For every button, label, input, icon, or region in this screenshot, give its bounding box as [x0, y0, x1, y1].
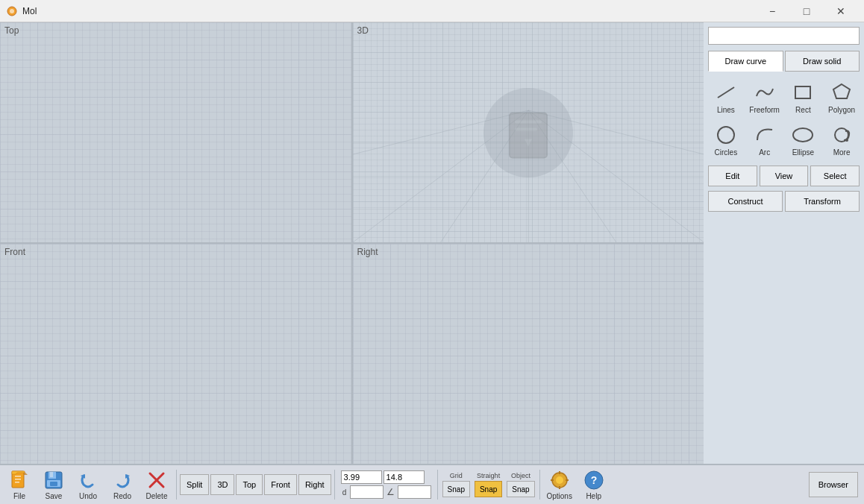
svg-rect-23: [15, 476, 21, 477]
tool-arc-label: Arc: [759, 148, 770, 157]
svg-point-34: [556, 476, 563, 484]
options-button[interactable]: Options: [543, 466, 576, 503]
tool-rect-label: Rect: [795, 106, 811, 114]
separator-3: [437, 470, 438, 500]
transform-button[interactable]: Transform: [785, 191, 860, 212]
viewport-3d[interactable]: 3D: [353, 22, 704, 242]
svg-rect-24: [15, 479, 21, 480]
undo-icon: [78, 470, 98, 491]
maximize-button[interactable]: □: [789, 0, 824, 22]
svg-line-15: [718, 87, 734, 98]
action-buttons-row2: Construct Transform: [708, 191, 860, 212]
redo-icon: [112, 470, 133, 491]
svg-point-18: [718, 127, 734, 143]
circle-icon: [714, 123, 738, 147]
svg-rect-25: [15, 482, 19, 483]
options-label: Options: [546, 492, 572, 500]
work-area: Top 3D: [0, 22, 864, 464]
file-button[interactable]: File: [3, 466, 36, 503]
help-button[interactable]: ? Help: [577, 466, 610, 503]
file-icon: [9, 470, 30, 491]
straight-snap-top-label: Straight: [477, 472, 500, 479]
svg-text:?: ?: [590, 474, 597, 486]
redo-button[interactable]: Redo: [106, 466, 139, 503]
tool-more[interactable]: More: [824, 120, 860, 160]
coord-d-input[interactable]: [350, 485, 384, 499]
select-button[interactable]: Select: [810, 166, 860, 186]
minimize-button[interactable]: −: [755, 0, 789, 22]
viewport-label-3d: 3D: [357, 25, 369, 36]
save-icon: [43, 470, 64, 491]
mol-icon: [6, 5, 18, 17]
polygon-icon: [830, 81, 854, 104]
tool-freeform[interactable]: Freeform: [747, 78, 783, 117]
options-icon: [549, 470, 570, 491]
help-icon: ?: [583, 470, 604, 491]
tool-circles-label: Circles: [715, 148, 738, 157]
main-container: Top 3D: [0, 22, 864, 504]
close-button[interactable]: ✕: [824, 0, 858, 22]
coord-angle-input[interactable]: [398, 485, 431, 499]
freeform-icon: [753, 81, 777, 104]
titlebar: Mol − □ ✕: [0, 0, 864, 22]
separator-4: [539, 470, 540, 500]
edit-button[interactable]: Edit: [708, 166, 757, 186]
coordinates-box: d ∠: [341, 470, 431, 499]
separator-1: [176, 470, 177, 500]
straight-snap-group: Straight Snap: [475, 472, 502, 497]
delete-button[interactable]: Delete: [140, 466, 173, 503]
right-button[interactable]: Right: [298, 474, 331, 495]
arc-icon: [753, 123, 777, 147]
viewport-top[interactable]: Top: [0, 22, 351, 242]
more-icon: [830, 123, 854, 147]
front-button[interactable]: Front: [264, 474, 297, 495]
grid-snap-top-label: Grid: [450, 472, 463, 479]
viewport-grid-top: [0, 22, 351, 242]
panel-search-input[interactable]: [708, 27, 860, 45]
separator-2: [334, 470, 335, 500]
straight-snap-button[interactable]: Snap: [475, 481, 502, 497]
viewport-right[interactable]: Right: [353, 244, 704, 464]
tool-lines[interactable]: Lines: [708, 78, 744, 117]
top-button[interactable]: Top: [236, 474, 263, 495]
undo-button[interactable]: Undo: [72, 466, 104, 503]
3d-button[interactable]: 3D: [210, 474, 234, 495]
undo-label: Undo: [79, 492, 97, 500]
tool-more-label: More: [833, 148, 851, 157]
grid-snap-group: Grid Snap: [442, 472, 470, 497]
object-snap-group: Object Snap: [507, 472, 534, 497]
tool-rect[interactable]: Rect: [786, 78, 821, 117]
angle-symbol: ∠: [386, 487, 395, 497]
tool-polygon[interactable]: Polygon: [824, 78, 860, 117]
tool-circles[interactable]: Circles: [708, 120, 744, 160]
browser-button[interactable]: Browser: [809, 472, 858, 497]
tool-freeform-label: Freeform: [749, 106, 780, 114]
viewports: Top 3D: [0, 22, 704, 464]
right-panel: Draw curve Draw solid Lines: [704, 22, 864, 464]
viewport-front[interactable]: Front: [0, 244, 351, 464]
action-buttons-row1: Edit View Select: [708, 166, 860, 186]
draw-curve-tab[interactable]: Draw curve: [708, 51, 783, 72]
bottom-toolbar: File Save Undo: [0, 464, 864, 504]
split-button[interactable]: Split: [180, 474, 209, 495]
titlebar-title: Mol: [22, 6, 755, 16]
coord-x-input[interactable]: [341, 470, 382, 484]
svg-point-21: [845, 139, 848, 142]
svg-marker-17: [833, 84, 850, 98]
save-button[interactable]: Save: [37, 466, 70, 503]
tool-polygon-label: Polygon: [828, 106, 855, 114]
grid-snap-button[interactable]: Snap: [442, 481, 470, 497]
viewport-grid-right: [353, 244, 704, 464]
view-button[interactable]: View: [760, 166, 809, 186]
construct-button[interactable]: Construct: [708, 191, 783, 212]
line-icon: [714, 81, 738, 104]
object-snap-button[interactable]: Snap: [507, 481, 534, 497]
tool-ellipse[interactable]: Ellipse: [786, 120, 821, 160]
svg-rect-30: [50, 482, 57, 486]
draw-solid-tab[interactable]: Draw solid: [785, 51, 860, 72]
redo-label: Redo: [113, 492, 131, 500]
tool-arc[interactable]: Arc: [747, 120, 783, 160]
viewport-grid-front: [0, 244, 351, 464]
viewport-label-right: Right: [357, 247, 378, 257]
coord-y-input[interactable]: [384, 470, 425, 484]
